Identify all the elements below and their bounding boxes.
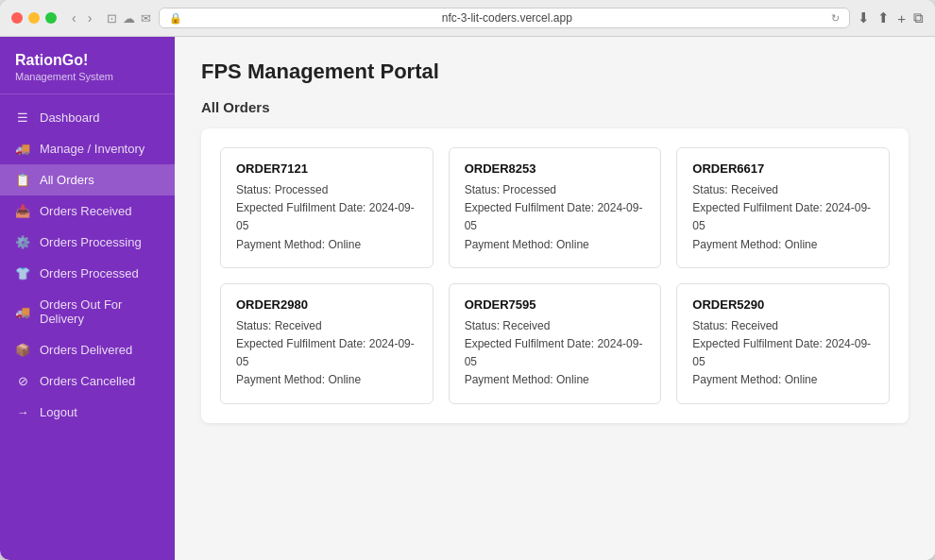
sidebar-label-manage-inventory: Manage / Inventory bbox=[40, 142, 144, 156]
manage-inventory-icon: 🚚 bbox=[15, 142, 30, 156]
fullscreen-button[interactable] bbox=[45, 12, 57, 24]
order-card[interactable]: ORDER6617 Status: Received Expected Fulf… bbox=[676, 147, 890, 268]
order-card[interactable]: ORDER2980 Status: Received Expected Fulf… bbox=[220, 283, 434, 404]
order-id: ORDER7121 bbox=[236, 161, 417, 176]
tabs-icon[interactable]: ⧉ bbox=[913, 9, 924, 26]
order-fulfilment: Expected Fulfilment Date: 2024-09-05 bbox=[236, 335, 417, 371]
orders-grid: ORDER7121 Status: Processed Expected Ful… bbox=[220, 147, 890, 404]
download-icon[interactable]: ⬇ bbox=[858, 9, 870, 26]
sidebar-item-manage-inventory[interactable]: 🚚 Manage / Inventory bbox=[0, 133, 175, 164]
order-id: ORDER8253 bbox=[465, 161, 646, 176]
order-fulfilment: Expected Fulfilment Date: 2024-09-05 bbox=[692, 335, 874, 371]
sidebar-item-orders-out-for-delivery[interactable]: 🚚 Orders Out For Delivery bbox=[0, 289, 175, 334]
order-fulfilment: Expected Fulfilment Date: 2024-09-05 bbox=[692, 199, 874, 235]
sidebar-item-all-orders[interactable]: 📋 All Orders bbox=[0, 164, 175, 195]
order-payment: Payment Method: Online bbox=[692, 236, 874, 254]
order-fulfilment: Expected Fulfilment Date: 2024-09-05 bbox=[465, 199, 646, 235]
order-id: ORDER5290 bbox=[692, 297, 874, 312]
orders-cancelled-icon: ⊘ bbox=[15, 374, 30, 388]
sidebar: RationGo! Management System ☰ Dashboard … bbox=[0, 37, 175, 560]
share-icon[interactable]: ⬆ bbox=[877, 9, 890, 26]
sidebar-label-orders-processed: Orders Processed bbox=[40, 266, 139, 280]
order-id: ORDER6617 bbox=[692, 161, 874, 176]
order-fulfilment: Expected Fulfilment Date: 2024-09-05 bbox=[236, 199, 417, 235]
reload-icon[interactable]: ↻ bbox=[831, 12, 840, 25]
order-status: Status: Received bbox=[692, 317, 874, 335]
sidebar-item-orders-processed[interactable]: 👕 Orders Processed bbox=[0, 258, 175, 289]
sidebar-label-orders-received: Orders Received bbox=[40, 204, 132, 218]
lock-icon: 🔒 bbox=[169, 12, 182, 25]
sidebar-label-logout: Logout bbox=[40, 405, 77, 419]
order-id: ORDER2980 bbox=[236, 297, 417, 312]
sidebar-item-orders-received[interactable]: 📥 Orders Received bbox=[0, 195, 175, 227]
cloud-icon: ☁ bbox=[123, 11, 135, 25]
order-status: Status: Received bbox=[236, 317, 417, 335]
sidebar-brand: RationGo! Management System bbox=[0, 37, 175, 94]
sidebar-item-dashboard[interactable]: ☰ Dashboard bbox=[0, 102, 175, 133]
order-card[interactable]: ORDER7121 Status: Processed Expected Ful… bbox=[220, 147, 434, 268]
order-fulfilment: Expected Fulfilment Date: 2024-09-05 bbox=[465, 335, 646, 371]
orders-out-for-delivery-icon: 🚚 bbox=[15, 305, 30, 319]
order-payment: Payment Method: Online bbox=[465, 236, 646, 254]
main-content: FPS Management Portal All Orders ORDER71… bbox=[175, 37, 935, 560]
page-title: FPS Management Portal bbox=[201, 59, 909, 84]
sidebar-item-logout[interactable]: → Logout bbox=[0, 397, 175, 428]
sidebar-label-orders-processing: Orders Processing bbox=[40, 235, 142, 249]
browser-actions: ⬇ ⬆ + ⧉ bbox=[858, 9, 924, 26]
sidebar-label-orders-delivered: Orders Delivered bbox=[40, 343, 132, 357]
sidebar-toggle-icon: ⊡ bbox=[107, 11, 117, 25]
mail-icon: ✉ bbox=[141, 11, 151, 25]
order-status: Status: Processed bbox=[465, 181, 646, 199]
order-card[interactable]: ORDER5290 Status: Received Expected Fulf… bbox=[676, 283, 890, 404]
browser-window: ‹ › ⊡ ☁ ✉ 🔒 nfc-3-lit-coders.vercel.app … bbox=[0, 0, 935, 560]
orders-processed-icon: 👕 bbox=[15, 266, 30, 280]
sidebar-label-orders-cancelled: Orders Cancelled bbox=[40, 374, 135, 388]
traffic-lights bbox=[11, 12, 57, 24]
order-payment: Payment Method: Online bbox=[692, 371, 874, 389]
sidebar-nav: ☰ Dashboard 🚚 Manage / Inventory 📋 All O… bbox=[0, 94, 175, 560]
order-card[interactable]: ORDER8253 Status: Processed Expected Ful… bbox=[449, 147, 662, 268]
new-tab-icon[interactable]: + bbox=[897, 10, 906, 26]
dashboard-icon: ☰ bbox=[15, 110, 30, 125]
section-title: All Orders bbox=[201, 99, 909, 115]
forward-button[interactable]: › bbox=[84, 8, 96, 27]
sidebar-label-all-orders: All Orders bbox=[40, 173, 94, 187]
order-payment: Payment Method: Online bbox=[236, 236, 417, 254]
minimize-button[interactable] bbox=[28, 12, 40, 24]
orders-delivered-icon: 📦 bbox=[15, 343, 30, 357]
order-card[interactable]: ORDER7595 Status: Received Expected Fulf… bbox=[449, 283, 662, 404]
window-icons: ⊡ ☁ ✉ bbox=[107, 11, 151, 25]
orders-received-icon: 📥 bbox=[15, 204, 30, 218]
all-orders-icon: 📋 bbox=[15, 173, 30, 187]
sidebar-label-dashboard: Dashboard bbox=[40, 110, 100, 125]
order-payment: Payment Method: Online bbox=[465, 371, 646, 389]
order-id: ORDER7595 bbox=[465, 297, 646, 312]
brand-sub: Management System bbox=[15, 71, 160, 82]
sidebar-item-orders-delivered[interactable]: 📦 Orders Delivered bbox=[0, 334, 175, 365]
address-bar[interactable]: 🔒 nfc-3-lit-coders.vercel.app ↻ bbox=[159, 8, 850, 28]
sidebar-item-orders-cancelled[interactable]: ⊘ Orders Cancelled bbox=[0, 365, 175, 397]
orders-processing-icon: ⚙️ bbox=[15, 235, 30, 249]
close-button[interactable] bbox=[11, 12, 23, 24]
order-status: Status: Received bbox=[465, 317, 646, 335]
sidebar-item-orders-processing[interactable]: ⚙️ Orders Processing bbox=[0, 227, 175, 258]
browser-chrome: ‹ › ⊡ ☁ ✉ 🔒 nfc-3-lit-coders.vercel.app … bbox=[0, 0, 935, 37]
sidebar-label-orders-out-for-delivery: Orders Out For Delivery bbox=[40, 297, 160, 326]
app-container: RationGo! Management System ☰ Dashboard … bbox=[0, 37, 935, 560]
order-payment: Payment Method: Online bbox=[236, 371, 417, 389]
nav-buttons: ‹ › bbox=[68, 8, 95, 27]
brand-name: RationGo! bbox=[15, 52, 160, 69]
order-status: Status: Processed bbox=[236, 181, 417, 199]
orders-grid-container: ORDER7121 Status: Processed Expected Ful… bbox=[201, 128, 909, 423]
back-button[interactable]: ‹ bbox=[68, 8, 80, 27]
logout-icon: → bbox=[15, 405, 30, 419]
url-text: nfc-3-lit-coders.vercel.app bbox=[188, 11, 825, 25]
order-status: Status: Received bbox=[692, 181, 874, 199]
